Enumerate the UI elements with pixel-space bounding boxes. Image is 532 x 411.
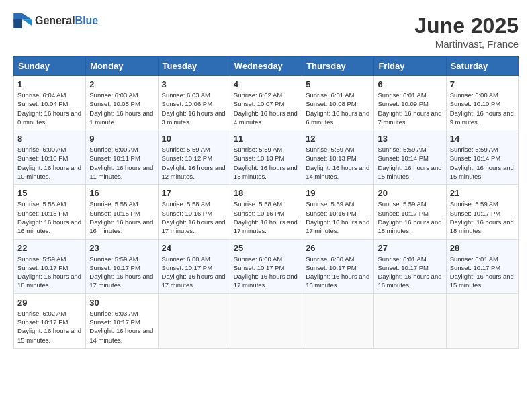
svg-marker-3 [22, 19, 32, 26]
day-number: 20 [378, 188, 442, 198]
calendar-cell: 13 Sunrise: 5:59 AM Sunset: 10:14 PM Day… [374, 130, 446, 185]
cell-info: Sunrise: 5:59 AM Sunset: 10:17 PM Daylig… [450, 199, 515, 235]
calendar-cell: 4 Sunrise: 6:02 AM Sunset: 10:07 PM Dayl… [230, 76, 302, 130]
calendar-cell: 26 Sunrise: 6:00 AM Sunset: 10:17 PM Day… [302, 239, 374, 293]
calendar-cell: 24 Sunrise: 6:00 AM Sunset: 10:17 PM Day… [158, 239, 230, 293]
calendar-cell: 11 Sunrise: 5:59 AM Sunset: 10:13 PM Day… [230, 130, 302, 185]
cell-info: Sunrise: 5:59 AM Sunset: 10:14 PM Daylig… [450, 145, 515, 181]
month-title: June 2025 [414, 13, 519, 38]
calendar-week-row: 29 Sunrise: 6:02 AM Sunset: 10:17 PM Day… [14, 293, 519, 348]
calendar-cell: 2 Sunrise: 6:03 AM Sunset: 10:05 PM Dayl… [86, 76, 158, 130]
day-number: 10 [162, 134, 226, 144]
cell-info: Sunrise: 5:59 AM Sunset: 10:16 PM Daylig… [306, 199, 370, 235]
calendar-cell [374, 293, 446, 348]
weekday-header: Tuesday [158, 57, 230, 76]
calendar-header-row: SundayMondayTuesdayWednesdayThursdayFrid… [14, 57, 519, 76]
cell-info: Sunrise: 6:00 AM Sunset: 10:17 PM Daylig… [234, 255, 298, 290]
calendar-cell: 29 Sunrise: 6:02 AM Sunset: 10:17 PM Day… [14, 293, 86, 348]
calendar-cell [158, 293, 230, 348]
day-number: 22 [17, 243, 82, 253]
logo-icon [13, 13, 32, 28]
day-number: 12 [306, 134, 370, 144]
calendar-cell: 15 Sunrise: 5:58 AM Sunset: 10:15 PM Day… [14, 185, 86, 239]
calendar-cell: 16 Sunrise: 5:58 AM Sunset: 10:15 PM Day… [86, 185, 158, 239]
calendar-cell [302, 293, 374, 348]
weekday-header: Monday [86, 57, 158, 76]
day-number: 27 [378, 243, 442, 253]
cell-info: Sunrise: 6:03 AM Sunset: 10:06 PM Daylig… [162, 91, 226, 126]
calendar-cell: 28 Sunrise: 6:01 AM Sunset: 10:17 PM Day… [446, 239, 518, 293]
cell-info: Sunrise: 5:58 AM Sunset: 10:16 PM Daylig… [234, 199, 298, 235]
calendar-week-row: 22 Sunrise: 5:59 AM Sunset: 10:17 PM Day… [14, 239, 519, 293]
cell-info: Sunrise: 6:01 AM Sunset: 10:09 PM Daylig… [378, 91, 442, 126]
calendar-cell: 3 Sunrise: 6:03 AM Sunset: 10:06 PM Dayl… [158, 76, 230, 130]
page-header: GeneralBlue June 2025 Martinvast, France [13, 13, 519, 50]
location-title: Martinvast, France [414, 38, 519, 50]
cell-info: Sunrise: 6:03 AM Sunset: 10:05 PM Daylig… [89, 91, 154, 126]
weekday-header: Friday [374, 57, 446, 76]
cell-info: Sunrise: 6:00 AM Sunset: 10:10 PM Daylig… [17, 145, 82, 181]
weekday-header: Wednesday [230, 57, 302, 76]
logo-blue: Blue [75, 15, 99, 26]
calendar-cell: 18 Sunrise: 5:58 AM Sunset: 10:16 PM Day… [230, 185, 302, 239]
calendar-cell: 7 Sunrise: 6:00 AM Sunset: 10:10 PM Dayl… [446, 76, 518, 130]
cell-info: Sunrise: 6:02 AM Sunset: 10:17 PM Daylig… [17, 309, 82, 345]
svg-marker-2 [22, 13, 32, 19]
svg-rect-1 [13, 19, 22, 28]
logo: GeneralBlue [13, 13, 98, 28]
day-number: 16 [89, 188, 154, 198]
calendar-cell: 20 Sunrise: 5:59 AM Sunset: 10:17 PM Day… [374, 185, 446, 239]
cell-info: Sunrise: 6:00 AM Sunset: 10:11 PM Daylig… [89, 145, 154, 181]
cell-info: Sunrise: 6:03 AM Sunset: 10:17 PM Daylig… [89, 309, 154, 345]
cell-info: Sunrise: 6:01 AM Sunset: 10:17 PM Daylig… [450, 255, 515, 290]
calendar-cell: 14 Sunrise: 5:59 AM Sunset: 10:14 PM Day… [446, 130, 518, 185]
calendar-week-row: 15 Sunrise: 5:58 AM Sunset: 10:15 PM Day… [14, 185, 519, 239]
day-number: 14 [450, 134, 515, 144]
calendar-cell: 17 Sunrise: 5:58 AM Sunset: 10:16 PM Day… [158, 185, 230, 239]
cell-info: Sunrise: 6:00 AM Sunset: 10:17 PM Daylig… [306, 255, 370, 290]
calendar-cell: 9 Sunrise: 6:00 AM Sunset: 10:11 PM Dayl… [86, 130, 158, 185]
day-number: 28 [450, 243, 515, 253]
cell-info: Sunrise: 5:59 AM Sunset: 10:13 PM Daylig… [306, 145, 370, 181]
cell-info: Sunrise: 6:01 AM Sunset: 10:08 PM Daylig… [306, 91, 370, 126]
day-number: 29 [17, 298, 82, 308]
cell-info: Sunrise: 5:59 AM Sunset: 10:14 PM Daylig… [378, 145, 442, 181]
day-number: 23 [89, 243, 154, 253]
day-number: 11 [234, 134, 298, 144]
weekday-header: Thursday [302, 57, 374, 76]
day-number: 17 [162, 188, 226, 198]
day-number: 5 [306, 79, 370, 89]
day-number: 8 [17, 134, 82, 144]
day-number: 6 [378, 79, 442, 89]
logo-text: GeneralBlue [35, 15, 98, 27]
calendar-cell: 19 Sunrise: 5:59 AM Sunset: 10:16 PM Day… [302, 185, 374, 239]
cell-info: Sunrise: 6:00 AM Sunset: 10:10 PM Daylig… [450, 91, 515, 126]
calendar-cell [230, 293, 302, 348]
day-number: 19 [306, 188, 370, 198]
cell-info: Sunrise: 5:59 AM Sunset: 10:13 PM Daylig… [234, 145, 298, 181]
calendar-cell: 12 Sunrise: 5:59 AM Sunset: 10:13 PM Day… [302, 130, 374, 185]
day-number: 25 [234, 243, 298, 253]
day-number: 21 [450, 188, 515, 198]
calendar-cell [446, 293, 518, 348]
day-number: 3 [162, 79, 226, 89]
cell-info: Sunrise: 5:59 AM Sunset: 10:17 PM Daylig… [378, 199, 442, 235]
weekday-header: Sunday [14, 57, 86, 76]
cell-info: Sunrise: 5:58 AM Sunset: 10:15 PM Daylig… [17, 199, 82, 235]
day-number: 7 [450, 79, 515, 89]
calendar-week-row: 8 Sunrise: 6:00 AM Sunset: 10:10 PM Dayl… [14, 130, 519, 185]
cell-info: Sunrise: 6:04 AM Sunset: 10:04 PM Daylig… [17, 91, 82, 126]
calendar-cell: 22 Sunrise: 5:59 AM Sunset: 10:17 PM Day… [14, 239, 86, 293]
cell-info: Sunrise: 6:02 AM Sunset: 10:07 PM Daylig… [234, 91, 298, 126]
calendar-cell: 10 Sunrise: 5:59 AM Sunset: 10:12 PM Day… [158, 130, 230, 185]
day-number: 15 [17, 188, 82, 198]
day-number: 1 [17, 79, 82, 89]
calendar-cell: 21 Sunrise: 5:59 AM Sunset: 10:17 PM Day… [446, 185, 518, 239]
calendar-week-row: 1 Sunrise: 6:04 AM Sunset: 10:04 PM Dayl… [14, 76, 519, 130]
title-area: June 2025 Martinvast, France [414, 13, 519, 50]
calendar-cell: 6 Sunrise: 6:01 AM Sunset: 10:09 PM Dayl… [374, 76, 446, 130]
calendar-cell: 8 Sunrise: 6:00 AM Sunset: 10:10 PM Dayl… [14, 130, 86, 185]
cell-info: Sunrise: 5:59 AM Sunset: 10:17 PM Daylig… [17, 255, 82, 290]
cell-info: Sunrise: 6:01 AM Sunset: 10:17 PM Daylig… [378, 255, 442, 290]
cell-info: Sunrise: 5:59 AM Sunset: 10:12 PM Daylig… [162, 145, 226, 181]
